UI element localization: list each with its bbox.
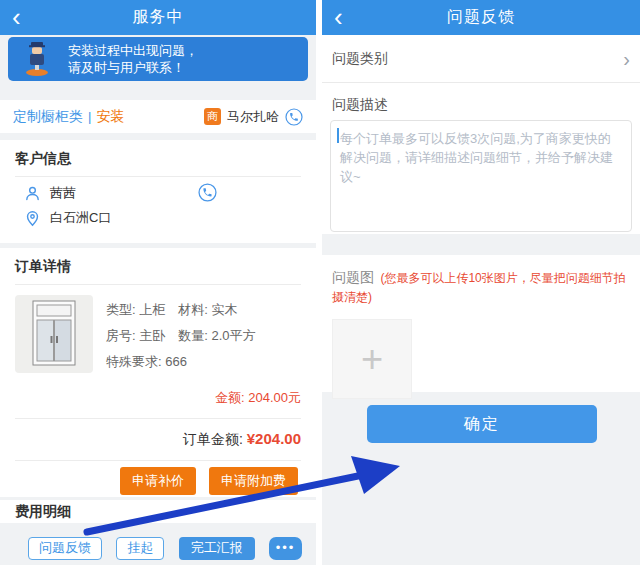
customer-info-card: 客户信息 茜茜	[0, 140, 316, 243]
request-markup-button[interactable]: 申请补价	[120, 467, 196, 495]
spec-line: 特殊要求: 666	[106, 349, 256, 375]
hold-button[interactable]: 挂起	[116, 537, 164, 560]
product-specs: 类型: 上柜 材料: 实木 房号: 主卧 数量: 2.0平方 特殊要求: 666	[106, 295, 256, 375]
order-total-value: ¥204.00	[247, 430, 301, 447]
feedback-button[interactable]: 问题反馈	[28, 537, 102, 560]
problem-category-label: 问题类别	[332, 50, 388, 68]
location-pin-icon	[24, 210, 41, 227]
order-total-row: 订单金额: ¥204.00	[0, 419, 316, 460]
category-divider: |	[88, 109, 91, 124]
photo-upload-hint: (您最多可以上传10张图片，尽量把问题细节拍摄清楚)	[332, 271, 626, 304]
phone-icon[interactable]	[285, 108, 303, 126]
merchant-badge: 商	[204, 108, 221, 125]
problem-photos-card: 问题图 (您最多可以上传10张图片，尽量把问题细节拍摄清楚) +	[322, 255, 640, 392]
divider	[15, 176, 301, 177]
order-detail-card: 订单详情 类型: 上柜 材料: 实木 房号: 主卧 数量: 2.0平方 特殊要求…	[0, 248, 316, 497]
worker-mascot-icon	[24, 41, 50, 77]
notice-text: 安装过程中出现问题， 请及时与用户联系！	[68, 42, 198, 76]
completion-report-button[interactable]: 完工汇报	[179, 537, 255, 560]
problem-description-input[interactable]	[330, 120, 632, 232]
confirm-button[interactable]: 确定	[367, 405, 597, 443]
customer-name-row: 茜茜	[24, 184, 316, 202]
person-icon	[24, 185, 41, 202]
feedback-form-card: 问题类别 › 问题描述	[322, 35, 640, 234]
back-icon[interactable]: ‹	[12, 1, 21, 33]
text-cursor	[337, 128, 339, 143]
order-total-label: 订单金额:	[183, 431, 247, 447]
fee-section-title: 费用明细	[0, 503, 71, 521]
request-surcharge-button[interactable]: 申请附加费	[209, 467, 298, 495]
fee-detail-card: 费用明细	[0, 500, 316, 523]
screen-service: ‹ 服务中 安装过程中出现问题， 请及时与用户联系！ 定制橱柜类|安装 商	[0, 0, 316, 565]
page-title: 服务中	[133, 7, 184, 28]
problem-photos-label: 问题图	[332, 269, 374, 285]
product-image	[15, 295, 93, 373]
notice-banner: 安装过程中出现问题， 请及时与用户联系！	[8, 37, 308, 81]
merchant-name: 马尔扎哈	[227, 108, 279, 126]
customer-section-title: 客户信息	[0, 140, 316, 176]
navbar-service: ‹ 服务中	[0, 0, 316, 35]
spec-line: 类型: 上柜 材料: 实木	[106, 297, 256, 323]
problem-description-label: 问题描述	[322, 83, 640, 120]
annotated-screenshot: ‹ 服务中 安装过程中出现问题， 请及时与用户联系！ 定制橱柜类|安装 商	[0, 0, 640, 565]
order-type-row: 定制橱柜类|安装 商 马尔扎哈	[0, 100, 316, 133]
bottom-action-bar: 问题反馈 挂起 完工汇报 •••	[0, 535, 316, 561]
order-category: 定制橱柜类	[13, 108, 83, 124]
customer-name: 茜茜	[50, 184, 76, 202]
chevron-right-icon: ›	[623, 50, 630, 68]
more-actions-button[interactable]: •••	[269, 537, 302, 560]
navbar-feedback: ‹ 问题反馈	[322, 0, 640, 35]
spec-line: 房号: 主卧 数量: 2.0平方	[106, 323, 256, 349]
item-amount: 金额: 204.00元	[0, 375, 316, 418]
service-type: 安装	[96, 108, 124, 124]
problem-category-row[interactable]: 问题类别 ›	[322, 35, 640, 83]
page-title: 问题反馈	[447, 7, 515, 28]
customer-address: 白石洲C口	[50, 209, 111, 227]
add-photo-button[interactable]: +	[332, 319, 412, 399]
phone-icon[interactable]	[198, 183, 217, 202]
screen-feedback: ‹ 问题反馈 问题类别 › 问题描述 问题图 (您最多可以上传10张图片，尽量把…	[322, 0, 640, 565]
product-row: 类型: 上柜 材料: 实木 房号: 主卧 数量: 2.0平方 特殊要求: 666	[0, 285, 316, 375]
customer-address-row: 白石洲C口	[24, 209, 316, 227]
back-icon[interactable]: ‹	[334, 1, 343, 33]
order-section-title: 订单详情	[0, 248, 316, 284]
plus-icon: +	[361, 340, 383, 378]
